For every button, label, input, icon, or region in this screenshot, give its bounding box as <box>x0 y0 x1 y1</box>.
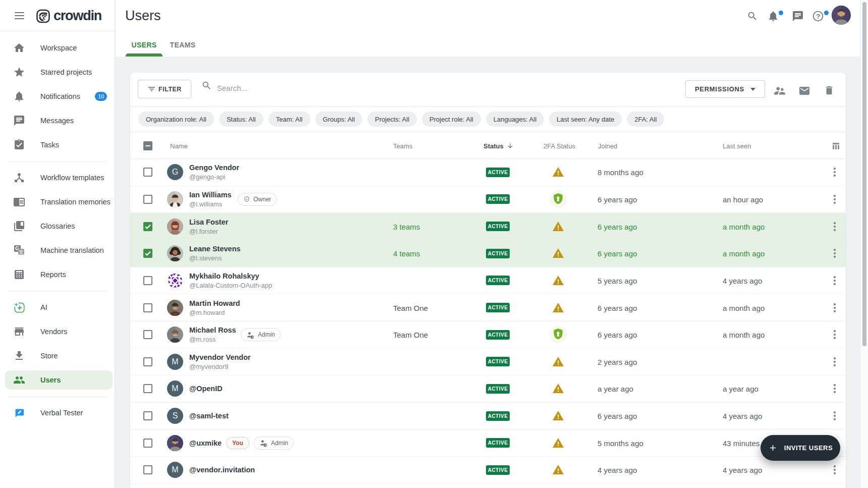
svg-text:?: ? <box>816 13 820 20</box>
svg-text:文: 文 <box>19 249 24 255</box>
